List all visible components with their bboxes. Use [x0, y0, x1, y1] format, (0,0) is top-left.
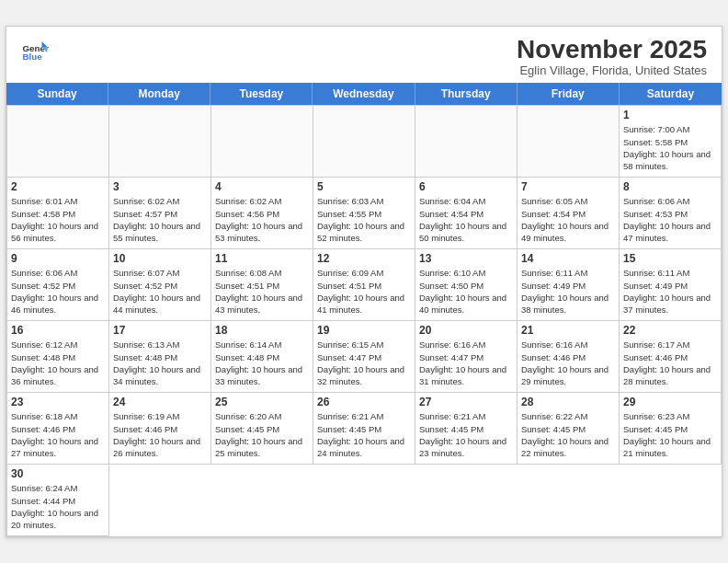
calendar-cell: 16Sunrise: 6:12 AMSunset: 4:48 PMDayligh… [7, 321, 109, 393]
calendar-header: General Blue November 2025 Eglin Village… [6, 27, 722, 84]
calendar-cell [109, 106, 211, 178]
cell-info: Sunrise: 6:23 AMSunset: 4:45 PMDaylight:… [623, 410, 717, 459]
header-friday: Friday [518, 83, 620, 105]
calendar-cell: 17Sunrise: 6:13 AMSunset: 4:48 PMDayligh… [109, 321, 211, 393]
day-number: 1 [623, 109, 717, 121]
calendar-cell: 21Sunrise: 6:16 AMSunset: 4:46 PMDayligh… [518, 321, 620, 393]
header-thursday: Thursday [415, 83, 518, 105]
day-number: 29 [623, 396, 717, 408]
logo-icon: General Blue [21, 36, 49, 63]
day-number: 14 [521, 252, 615, 265]
day-number: 15 [623, 252, 717, 265]
calendar-cell: 28Sunrise: 6:22 AMSunset: 4:45 PMDayligh… [518, 393, 620, 465]
calendar-cell [415, 106, 518, 178]
day-number: 2 [11, 180, 105, 193]
cell-info: Sunrise: 6:07 AMSunset: 4:52 PMDaylight:… [113, 267, 207, 316]
day-number: 3 [113, 180, 207, 193]
cell-info: Sunrise: 6:11 AMSunset: 4:49 PMDaylight:… [521, 267, 615, 316]
calendar-cell: 8Sunrise: 6:06 AMSunset: 4:53 PMDaylight… [620, 178, 722, 249]
cell-info: Sunrise: 6:17 AMSunset: 4:46 PMDaylight:… [623, 339, 717, 387]
day-number: 18 [215, 324, 309, 337]
cell-info: Sunrise: 6:05 AMSunset: 4:54 PMDaylight:… [521, 195, 615, 244]
calendar-cell: 27Sunrise: 6:21 AMSunset: 4:45 PMDayligh… [415, 393, 518, 465]
cell-info: Sunrise: 6:12 AMSunset: 4:48 PMDaylight:… [11, 339, 105, 387]
calendar-cell: 29Sunrise: 6:23 AMSunset: 4:45 PMDayligh… [620, 393, 722, 465]
calendar-cell [7, 106, 109, 178]
day-number: 6 [419, 180, 513, 193]
calendar-cell: 11Sunrise: 6:08 AMSunset: 4:51 PMDayligh… [211, 249, 313, 321]
calendar-cell: 18Sunrise: 6:14 AMSunset: 4:48 PMDayligh… [211, 321, 313, 393]
logo: General Blue [21, 36, 49, 63]
cell-info: Sunrise: 6:21 AMSunset: 4:45 PMDaylight:… [317, 410, 411, 459]
cell-info: Sunrise: 6:03 AMSunset: 4:55 PMDaylight:… [317, 195, 411, 244]
day-number: 20 [419, 324, 513, 337]
cell-info: Sunrise: 6:22 AMSunset: 4:45 PMDaylight:… [521, 410, 615, 459]
calendar-cell: 7Sunrise: 6:05 AMSunset: 4:54 PMDaylight… [518, 178, 620, 249]
day-number: 13 [419, 252, 513, 265]
day-number: 10 [113, 252, 207, 265]
cell-info: Sunrise: 6:24 AMSunset: 4:44 PMDaylight:… [11, 482, 105, 531]
cell-info: Sunrise: 6:20 AMSunset: 4:45 PMDaylight:… [215, 410, 309, 459]
calendar-cell: 2Sunrise: 6:01 AMSunset: 4:58 PMDaylight… [7, 178, 109, 249]
calendar-title: November 2025 [517, 36, 707, 64]
day-number: 11 [215, 252, 309, 265]
day-number: 19 [317, 324, 411, 337]
day-number: 9 [11, 252, 105, 265]
calendar-container: General Blue November 2025 Eglin Village… [6, 26, 722, 538]
cell-info: Sunrise: 6:02 AMSunset: 4:57 PMDaylight:… [113, 195, 207, 244]
day-number: 24 [113, 396, 207, 408]
cell-info: Sunrise: 6:01 AMSunset: 4:58 PMDaylight:… [11, 195, 105, 244]
calendar-cell: 15Sunrise: 6:11 AMSunset: 4:49 PMDayligh… [620, 249, 722, 321]
day-number: 27 [419, 396, 513, 408]
day-number: 30 [11, 467, 105, 480]
cell-info: Sunrise: 6:08 AMSunset: 4:51 PMDaylight:… [215, 267, 309, 316]
day-number: 17 [113, 324, 207, 337]
svg-text:Blue: Blue [23, 51, 43, 61]
calendar-cell: 30Sunrise: 6:24 AMSunset: 4:44 PMDayligh… [7, 465, 109, 536]
cell-info: Sunrise: 6:02 AMSunset: 4:56 PMDaylight:… [215, 195, 309, 244]
calendar-cell: 9Sunrise: 6:06 AMSunset: 4:52 PMDaylight… [7, 249, 109, 321]
day-number: 26 [317, 396, 411, 408]
header-wednesday: Wednesday [313, 83, 415, 105]
day-number: 21 [521, 324, 615, 337]
calendar-cell: 23Sunrise: 6:18 AMSunset: 4:46 PMDayligh… [7, 393, 109, 465]
day-number: 4 [215, 180, 309, 193]
calendar-cell: 6Sunrise: 6:04 AMSunset: 4:54 PMDaylight… [415, 178, 518, 249]
calendar-cell: 5Sunrise: 6:03 AMSunset: 4:55 PMDaylight… [313, 178, 415, 249]
header-tuesday: Tuesday [210, 83, 313, 105]
day-number: 28 [521, 396, 615, 408]
calendar-cell: 26Sunrise: 6:21 AMSunset: 4:45 PMDayligh… [313, 393, 415, 465]
cell-info: Sunrise: 6:19 AMSunset: 4:46 PMDaylight:… [113, 410, 207, 459]
calendar-cell: 24Sunrise: 6:19 AMSunset: 4:46 PMDayligh… [109, 393, 211, 465]
calendar-cell: 25Sunrise: 6:20 AMSunset: 4:45 PMDayligh… [211, 393, 313, 465]
cell-info: Sunrise: 7:00 AMSunset: 5:58 PMDaylight:… [623, 123, 717, 172]
calendar-cell: 20Sunrise: 6:16 AMSunset: 4:47 PMDayligh… [415, 321, 518, 393]
cell-info: Sunrise: 6:16 AMSunset: 4:46 PMDaylight:… [521, 339, 615, 387]
day-number: 8 [623, 180, 717, 193]
day-number: 22 [623, 324, 717, 337]
calendar-cell: 13Sunrise: 6:10 AMSunset: 4:50 PMDayligh… [415, 249, 518, 321]
header-monday: Monday [108, 83, 210, 105]
calendar-cell: 19Sunrise: 6:15 AMSunset: 4:47 PMDayligh… [313, 321, 415, 393]
calendar-cell: 10Sunrise: 6:07 AMSunset: 4:52 PMDayligh… [109, 249, 211, 321]
cell-info: Sunrise: 6:11 AMSunset: 4:49 PMDaylight:… [623, 267, 717, 316]
cell-info: Sunrise: 6:09 AMSunset: 4:51 PMDaylight:… [317, 267, 411, 316]
calendar-cell [211, 106, 313, 178]
cell-info: Sunrise: 6:13 AMSunset: 4:48 PMDaylight:… [113, 339, 207, 387]
header-sunday: Sunday [6, 83, 108, 105]
cell-info: Sunrise: 6:06 AMSunset: 4:53 PMDaylight:… [623, 195, 717, 244]
day-number: 16 [11, 324, 105, 337]
day-number: 23 [11, 396, 105, 408]
cell-info: Sunrise: 6:15 AMSunset: 4:47 PMDaylight:… [317, 339, 411, 387]
title-block: November 2025 Eglin Village, Florida, Un… [517, 36, 707, 78]
day-number: 12 [317, 252, 411, 265]
calendar-cell: 3Sunrise: 6:02 AMSunset: 4:57 PMDaylight… [109, 178, 211, 249]
cell-info: Sunrise: 6:16 AMSunset: 4:47 PMDaylight:… [419, 339, 513, 387]
cell-info: Sunrise: 6:18 AMSunset: 4:46 PMDaylight:… [11, 410, 105, 459]
day-number: 5 [317, 180, 411, 193]
calendar-cell [313, 106, 415, 178]
calendar-cell: 1Sunrise: 7:00 AMSunset: 5:58 PMDaylight… [620, 106, 722, 178]
day-number: 7 [521, 180, 615, 193]
cell-info: Sunrise: 6:10 AMSunset: 4:50 PMDaylight:… [419, 267, 513, 316]
cell-info: Sunrise: 6:14 AMSunset: 4:48 PMDaylight:… [215, 339, 309, 387]
